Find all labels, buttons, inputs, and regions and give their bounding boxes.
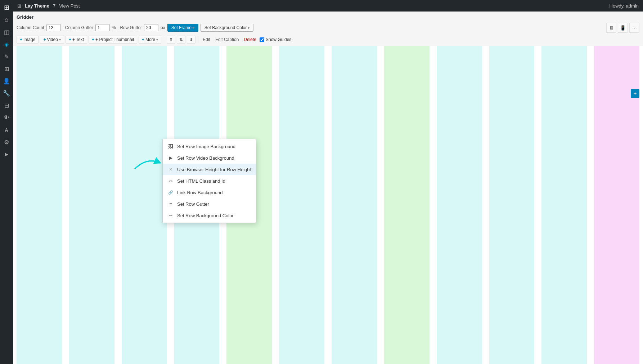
updates-badge[interactable]: 7 (53, 3, 55, 9)
delete-button[interactable]: Delete (242, 36, 258, 43)
admin-bar: ⊞ Lay Theme 7 View Post Howdy, admin (13, 0, 643, 12)
grid-col-1 (17, 46, 62, 364)
toolbar-separator-2 (198, 36, 198, 43)
menu-item-set-row-image-bg[interactable]: 🖼 Set Row Image Background (163, 141, 256, 152)
row-gutter-input[interactable] (144, 24, 158, 31)
add-thumbnail-plus-icon: + (92, 37, 94, 42)
set-html-class-icon: <> (168, 178, 174, 184)
align-middle-button[interactable]: ⇅ (177, 36, 185, 44)
site-name-text: Lay Theme (25, 3, 49, 9)
menu-item-label: Set Row Gutter (177, 201, 209, 207)
toolbar-row1: Column Count Column Gutter % Row Gutter … (17, 21, 639, 34)
sidebar-icon-lay[interactable]: ◈ (0, 38, 13, 50)
menu-item-label: Use Browser Height for Row Height (177, 167, 251, 172)
column-gutter-input[interactable] (95, 24, 110, 31)
edit-button[interactable]: Edit (201, 36, 212, 43)
context-menu: 🖼 Set Row Image Background ▶ Set Row Vid… (162, 139, 256, 223)
menu-item-label: Set Row Image Background (177, 144, 235, 149)
sidebar-icon-dashboard[interactable]: ⌂ (0, 14, 13, 26)
view-post-text: View Post (59, 3, 80, 9)
show-guides-text: Show Guides (266, 37, 291, 42)
column-count-input[interactable] (46, 24, 61, 31)
sidebar-icon-grid[interactable]: ⊞ (0, 63, 13, 75)
menu-item-set-row-video-bg[interactable]: ▶ Set Row Video Background (163, 152, 256, 164)
sidebar-icon-media[interactable]: ⊟ (0, 99, 13, 112)
menu-item-set-html-class[interactable]: <> Set HTML Class and Id (163, 175, 256, 187)
add-video-plus-icon: + (43, 37, 46, 42)
sidebar-icon-play[interactable]: ▶ (0, 148, 13, 160)
canvas-inner (13, 46, 643, 364)
menu-item-use-browser-height[interactable]: ✕ Use Browser Height for Row Height (163, 164, 256, 175)
gridder-header: Gridder Column Count Column Gutter % Row… (13, 12, 643, 46)
menu-item-label: Set Row Video Background (177, 155, 234, 161)
top-right-tools: 🖥 📱 ⋯ (606, 23, 639, 33)
set-row-gutter-icon: ≡ (168, 201, 174, 207)
main-area: ⊞ Lay Theme 7 View Post Howdy, admin Gri… (13, 0, 643, 364)
sidebar-icon-typography[interactable]: A (0, 124, 13, 136)
set-row-image-bg-icon: 🖼 (168, 144, 174, 149)
plugin-area: Gridder Column Count Column Gutter % Row… (13, 12, 643, 364)
row-gutter-unit: px (161, 25, 165, 30)
align-bottom-button[interactable]: ⬇ (187, 36, 195, 44)
add-video-button[interactable]: + Video ▾ (40, 36, 64, 44)
add-more-button[interactable]: + More ▾ (139, 36, 161, 44)
add-text-plus-icon: + (69, 37, 71, 42)
add-more-plus-icon: + (142, 37, 144, 42)
grid-col-9 (437, 46, 482, 364)
edit-caption-button[interactable]: Edit Caption (213, 36, 240, 43)
canvas: 🖼 Set Row Image Background ▶ Set Row Vid… (13, 46, 643, 364)
grid-col-7 (332, 46, 377, 364)
add-image-button[interactable]: + Image (17, 36, 39, 44)
menu-item-set-row-gutter[interactable]: ≡ Set Row Gutter (163, 198, 256, 210)
menu-item-label: Link Row Background (177, 190, 222, 195)
sidebar-icon-tools[interactable]: 🔧 (0, 87, 13, 99)
updates-count: 7 (53, 3, 55, 9)
more-options-button[interactable]: ⋯ (629, 23, 639, 33)
add-image-plus-icon: + (20, 37, 22, 42)
menu-item-label: Set HTML Class and Id (177, 178, 225, 184)
column-gutter-label: Column Gutter (65, 25, 93, 30)
toolbar-row2: + Image + Video ▾ + + Text + + Project T… (17, 34, 639, 46)
grid-col-11 (541, 46, 587, 364)
sidebar-icon-users[interactable]: 👤 (0, 75, 13, 87)
gridder-title: Gridder (17, 12, 639, 21)
menu-item-link-row-bg[interactable]: 🔗 Link Row Background (163, 187, 256, 198)
wp-admin-logo[interactable]: ⊞ (17, 3, 21, 9)
set-frame-button[interactable]: Set Frame ▾ (167, 24, 198, 32)
set-frame-chevron-icon: ▾ (193, 26, 194, 30)
sidebar-icon-posts[interactable]: ✎ (0, 50, 13, 63)
column-gutter-unit: % (112, 25, 116, 30)
add-text-button[interactable]: + + Text (66, 36, 87, 44)
show-guides-checkbox[interactable] (260, 37, 264, 42)
grid-col-3 (122, 46, 167, 364)
menu-item-set-row-bg-color[interactable]: ✏ Set Row Background Color (163, 210, 256, 221)
add-thumbnail-button[interactable]: + + Project Thumbnail (89, 36, 137, 44)
show-guides-label[interactable]: Show Guides (260, 37, 291, 42)
sidebar-icon-pages[interactable]: ◫ (0, 26, 13, 38)
row-gutter-label: Row Gutter (120, 25, 142, 30)
grid-container (13, 46, 643, 364)
canvas-add-button[interactable]: + (631, 89, 639, 98)
howdy-text: Howdy, admin (610, 3, 639, 9)
set-bg-chevron-icon: ▾ (248, 26, 249, 30)
link-row-bg-icon: 🔗 (168, 190, 174, 195)
site-name[interactable]: Lay Theme (25, 3, 49, 9)
more-chevron-icon: ▾ (156, 38, 158, 42)
sidebar: ⊞ ⌂ ◫ ◈ ✎ ⊞ 👤 🔧 ⊟ 👁 A ⚙ ▶ (0, 0, 13, 364)
sidebar-icon-preview[interactable]: 👁 (0, 112, 13, 124)
align-top-button[interactable]: ⬆ (167, 36, 175, 44)
set-row-video-bg-icon: ▶ (168, 155, 174, 161)
grid-col-6 (279, 46, 324, 364)
set-row-bg-color-icon: ✏ (168, 213, 174, 218)
sidebar-icon-settings[interactable]: ⚙ (0, 136, 13, 148)
grid-col-2 (69, 46, 114, 364)
column-count-label: Column Count (17, 25, 44, 30)
video-chevron-icon: ▾ (59, 38, 61, 42)
mobile-view-button[interactable]: 📱 (618, 23, 628, 33)
view-post-link[interactable]: View Post (59, 3, 80, 9)
set-bg-color-button[interactable]: Set Background Color ▾ (201, 24, 253, 32)
grid-col-10 (489, 46, 535, 364)
toolbar-separator-1 (164, 36, 164, 43)
desktop-view-button[interactable]: 🖥 (606, 23, 616, 33)
sidebar-icon-wp-logo[interactable]: ⊞ (0, 1, 13, 14)
